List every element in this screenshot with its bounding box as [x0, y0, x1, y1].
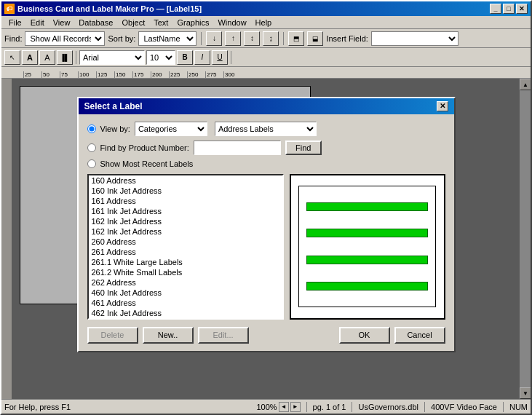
preview-line-1 [306, 202, 428, 211]
font-select[interactable]: Arial [79, 50, 145, 65]
status-divider-2 [352, 402, 352, 412]
ruler-mark-75: 75 [60, 71, 78, 78]
list-item[interactable]: 462 Ink Jet Address [89, 308, 282, 318]
labels-list[interactable]: 160 Address 160 Ink Jet Address 161 Addr… [87, 174, 284, 320]
title-bar-left: 🏷 Business Card and Label Maker Pro — [L… [4, 4, 202, 14]
dialog-title-text: Select a Label [84, 101, 143, 111]
arrow-down-button[interactable]: ↓ [206, 31, 222, 46]
left-buttons: Delete New.. Edit... [87, 327, 249, 344]
ruler-marks: 25 50 75 100 125 150 175 200 225 250 275… [23, 71, 242, 78]
menu-help[interactable]: Help [251, 17, 277, 28]
text-tool-2-button[interactable]: A [39, 50, 55, 65]
ruler-mark-125: 125 [96, 71, 114, 78]
modal-overlay: Select a Label ✕ View by: Categories Add… [1, 79, 531, 399]
dialog-title-bar: Select a Label ✕ [79, 98, 454, 114]
content-area: ▲ ▼ Select a Label ✕ View by: [1, 79, 531, 399]
menu-edit[interactable]: Edit [26, 17, 49, 28]
find-select[interactable]: Show All Records [25, 31, 105, 46]
menu-view[interactable]: View [49, 17, 75, 28]
list-item[interactable]: 161 Address [89, 196, 282, 206]
separator-1 [201, 32, 202, 45]
edit-button[interactable]: Edit... [198, 327, 249, 344]
list-item[interactable]: 460 Ink Jet Address [89, 288, 282, 298]
ruler-mark-25: 25 [23, 71, 41, 78]
underline-button[interactable]: U [212, 50, 228, 65]
bold-button[interactable]: B [177, 50, 193, 65]
menu-file[interactable]: File [4, 17, 26, 28]
arrow-first-button[interactable]: ↕ [244, 31, 260, 46]
help-text: For Help, press F1 [4, 403, 250, 411]
list-item[interactable]: 262 Address [89, 277, 282, 288]
separator-3 [76, 51, 76, 64]
list-item[interactable]: 160 Address [89, 175, 282, 186]
import-button[interactable]: ⬓ [307, 31, 323, 46]
list-item[interactable]: 461 Address [89, 298, 282, 308]
separator-4 [231, 51, 231, 64]
list-item[interactable]: 260 Address [89, 237, 282, 247]
minimize-button[interactable]: _ [490, 4, 501, 14]
font-size-select[interactable]: 10 [146, 50, 175, 65]
close-button[interactable]: ✕ [516, 4, 528, 14]
list-item[interactable]: 162 Ink Jet Address [89, 226, 282, 237]
find-by-product-row: Find by Product Number: Find [87, 141, 445, 155]
maximize-button[interactable]: □ [503, 4, 515, 14]
menu-text[interactable]: Text [149, 17, 172, 28]
arrow-last-button[interactable]: ↨ [263, 31, 279, 46]
italic-button[interactable]: I [194, 50, 210, 65]
list-item[interactable]: 5159 Address [89, 318, 282, 320]
arrow-up-button[interactable]: ↑ [225, 31, 241, 46]
status-divider-3 [424, 402, 425, 412]
insert-field-label: Insert Field: [326, 34, 368, 43]
list-item[interactable]: 161 Ink Jet Address [89, 206, 282, 216]
list-item[interactable]: 261.1 White Large Labels [89, 257, 282, 267]
dialog-close-button[interactable]: ✕ [437, 101, 448, 111]
ruler-mark-200: 200 [151, 71, 169, 78]
text-tool-button[interactable]: A [22, 50, 38, 65]
select-tool-button[interactable]: ↖ [4, 50, 20, 65]
list-item[interactable]: 162 Ink Jet Address [89, 216, 282, 226]
insert-field-select[interactable] [371, 31, 458, 46]
preview-inner [298, 186, 436, 307]
sort-select[interactable]: LastName [138, 31, 196, 46]
find-button[interactable]: Find [285, 141, 322, 155]
list-item[interactable]: 261.2 White Small Labels [89, 267, 282, 277]
label-preview [290, 174, 445, 320]
ok-button[interactable]: OK [339, 327, 390, 344]
preview-line-3 [306, 256, 428, 264]
title-bar-buttons: _ □ ✕ [490, 4, 528, 14]
view-by-radio[interactable] [87, 125, 96, 133]
zoom-next-button[interactable]: ► [290, 402, 301, 412]
ruler-mark-250: 250 [187, 71, 205, 78]
toolbar: Find: Show All Records Sort by: LastName… [1, 29, 531, 48]
export-button[interactable]: ⬒ [288, 31, 304, 46]
product-number-input[interactable] [194, 141, 281, 155]
show-recent-radio[interactable] [87, 159, 96, 168]
list-item[interactable]: 261 Address [89, 247, 282, 257]
menu-graphics[interactable]: Graphics [172, 17, 213, 28]
main-window: 🏷 Business Card and Label Maker Pro — [L… [0, 0, 532, 415]
view-by-select[interactable]: Categories [135, 122, 207, 136]
menu-window[interactable]: Window [213, 17, 250, 28]
select-label-dialog: Select a Label ✕ View by: Categories Add… [77, 97, 456, 352]
zoom-level: 100% [256, 403, 277, 411]
categories-select[interactable]: Address Labels [215, 122, 317, 136]
menu-database[interactable]: Database [74, 17, 117, 28]
ruler-mark-150: 150 [114, 71, 132, 78]
list-item[interactable]: 160 Ink Jet Address [89, 186, 282, 196]
zoom-control: 100% ◄ ► [256, 402, 300, 412]
font-detail: 400VF Video Face [431, 403, 497, 411]
delete-button[interactable]: Delete [87, 327, 138, 344]
right-buttons: OK Cancel [339, 327, 445, 344]
preview-line-4 [306, 282, 428, 290]
show-recent-row: Show Most Recent Labels [87, 159, 445, 168]
ruler-mark-175: 175 [132, 71, 151, 78]
ruler-mark-225: 225 [169, 71, 187, 78]
list-preview-container: 160 Address 160 Ink Jet Address 161 Addr… [87, 174, 445, 320]
separator-2 [283, 32, 284, 45]
new-button[interactable]: New.. [143, 327, 194, 344]
zoom-prev-button[interactable]: ◄ [279, 402, 289, 412]
barcode-button[interactable]: ▐▌ [57, 50, 73, 65]
menu-object[interactable]: Object [117, 17, 149, 28]
find-by-product-radio[interactable] [87, 143, 96, 152]
cancel-button[interactable]: Cancel [394, 327, 445, 344]
